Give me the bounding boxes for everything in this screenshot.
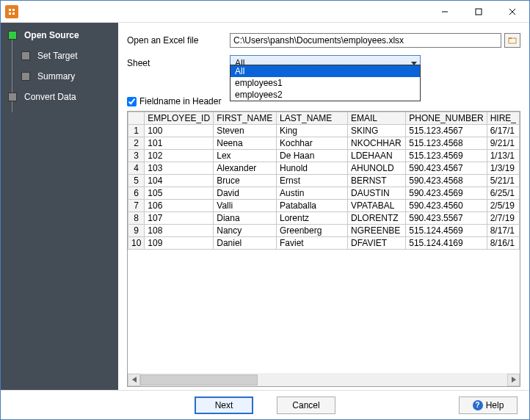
cell[interactable]: 105 — [145, 187, 214, 200]
cell[interactable]: 2/5/19 — [487, 200, 519, 212]
sheet-option[interactable]: All — [230, 65, 420, 77]
cell[interactable]: 6/17/1 — [487, 125, 519, 137]
cell[interactable]: Hunold — [276, 162, 347, 175]
cell[interactable]: Nancy — [214, 225, 277, 237]
table-row[interactable]: 5104BruceErnstBERNST590.423.45685/21/1 — [128, 175, 520, 187]
svg-marker-11 — [512, 377, 516, 383]
table-row[interactable]: 7106ValliPataballaVPATABAL590.423.45602/… — [128, 200, 520, 212]
cell[interactable]: 515.124.4569 — [406, 225, 487, 237]
cell[interactable]: SKING — [347, 125, 405, 137]
cell[interactable]: 2/7/19 — [487, 212, 519, 225]
cell[interactable]: Greenberg — [276, 225, 347, 237]
cell[interactable]: King — [276, 125, 347, 137]
cell[interactable]: Neena — [214, 137, 277, 150]
scroll-right-icon[interactable] — [507, 374, 520, 386]
cell[interactable]: Lorentz — [276, 212, 347, 225]
sheet-option[interactable]: employees2 — [230, 89, 420, 101]
cell[interactable]: Alexander — [214, 162, 277, 175]
file-path-input[interactable] — [230, 33, 501, 48]
cell[interactable]: Lex — [214, 150, 277, 162]
table-row[interactable]: 9108NancyGreenbergNGREENBE515.124.45698/… — [128, 225, 520, 237]
col-header[interactable]: HIRE_ — [487, 112, 519, 125]
table-row[interactable]: 1100StevenKingSKING515.123.45676/17/1 — [128, 125, 520, 137]
cancel-button[interactable]: Cancel — [277, 397, 335, 414]
col-header[interactable]: EMPLOYEE_ID — [145, 112, 214, 125]
cell[interactable]: Ernst — [276, 175, 347, 187]
open-file-button[interactable] — [504, 33, 520, 48]
cell[interactable]: 590.423.4567 — [406, 162, 487, 175]
cell[interactable]: BERNST — [347, 175, 405, 187]
cell[interactable]: 8/16/1 — [487, 237, 519, 250]
cell[interactable]: 590.423.4568 — [406, 175, 487, 187]
cell[interactable]: 590.423.4569 — [406, 187, 487, 200]
horizontal-scrollbar[interactable] — [128, 373, 520, 386]
col-header[interactable]: LAST_NAME — [276, 112, 347, 125]
step-box-icon — [21, 51, 30, 60]
cell[interactable]: 107 — [145, 212, 214, 225]
sheet-option[interactable]: employees1 — [230, 77, 420, 89]
cell[interactable]: 515.124.4169 — [406, 237, 487, 250]
next-button[interactable]: Next — [195, 397, 253, 414]
cell[interactable]: DFAVIET — [347, 237, 405, 250]
table-row[interactable]: 6105DavidAustinDAUSTIN590.423.45696/25/1 — [128, 187, 520, 200]
cell[interactable]: AHUNOLD — [347, 162, 405, 175]
cell[interactable]: Faviet — [276, 237, 347, 250]
step-convert-data[interactable]: Convert Data — [8, 92, 118, 102]
cell[interactable]: David — [214, 187, 277, 200]
fieldname-checkbox[interactable] — [127, 97, 137, 106]
cell[interactable]: Steven — [214, 125, 277, 137]
table-row[interactable]: 4103AlexanderHunoldAHUNOLD590.423.45671/… — [128, 162, 520, 175]
cell[interactable]: 515.123.4568 — [406, 137, 487, 150]
cell[interactable]: 515.123.4569 — [406, 150, 487, 162]
cell[interactable]: 8/17/1 — [487, 225, 519, 237]
cell[interactable]: Austin — [276, 187, 347, 200]
cell[interactable]: LDEHAAN — [347, 150, 405, 162]
close-button[interactable] — [495, 1, 529, 22]
cell[interactable]: 590.423.5567 — [406, 212, 487, 225]
cell[interactable]: 9/21/1 — [487, 137, 519, 150]
cell[interactable]: 108 — [145, 225, 214, 237]
cell[interactable]: Diana — [214, 212, 277, 225]
cell[interactable]: Bruce — [214, 175, 277, 187]
cell[interactable]: 515.123.4567 — [406, 125, 487, 137]
cell[interactable]: 100 — [145, 125, 214, 137]
cell[interactable]: 106 — [145, 200, 214, 212]
scroll-left-icon[interactable] — [128, 374, 140, 386]
maximize-button[interactable] — [462, 1, 495, 22]
col-header[interactable]: EMAIL — [347, 112, 405, 125]
cell[interactable]: Pataballa — [276, 200, 347, 212]
cell[interactable]: 104 — [145, 175, 214, 187]
cell[interactable]: DAUSTIN — [347, 187, 405, 200]
step-set-target[interactable]: Set Target — [21, 51, 118, 61]
table-row[interactable]: 2101NeenaKochharNKOCHHAR515.123.45689/21… — [128, 137, 520, 150]
cell[interactable]: 103 — [145, 162, 214, 175]
cell[interactable]: Daniel — [214, 237, 277, 250]
step-summary[interactable]: Summary — [21, 71, 118, 82]
cell[interactable]: NGREENBE — [347, 225, 405, 237]
cell[interactable]: 1/3/19 — [487, 162, 519, 175]
cell[interactable]: 1/13/1 — [487, 150, 519, 162]
cell[interactable]: 102 — [145, 150, 214, 162]
cell[interactable]: 101 — [145, 137, 214, 150]
cell[interactable]: 590.423.4560 — [406, 200, 487, 212]
svg-rect-0 — [9, 9, 11, 11]
step-label: Set Target — [37, 51, 77, 61]
cell[interactable]: Valli — [214, 200, 277, 212]
cell[interactable]: 109 — [145, 237, 214, 250]
help-button[interactable]: ? Help — [459, 397, 518, 414]
cell[interactable]: De Haan — [276, 150, 347, 162]
cell[interactable]: 5/21/1 — [487, 175, 519, 187]
cell[interactable]: Kochhar — [276, 137, 347, 150]
cell[interactable]: VPATABAL — [347, 200, 405, 212]
cell[interactable]: NKOCHHAR — [347, 137, 405, 150]
cell[interactable]: 6/25/1 — [487, 187, 519, 200]
step-open-source[interactable]: Open Source — [8, 30, 118, 40]
table-row[interactable]: 10109DanielFavietDFAVIET515.124.41698/16… — [128, 237, 520, 250]
table-row[interactable]: 8107DianaLorentzDLORENTZ590.423.55672/7/… — [128, 212, 520, 225]
minimize-button[interactable] — [428, 1, 462, 22]
col-header[interactable]: FIRST_NAME — [214, 112, 277, 125]
cell[interactable]: DLORENTZ — [347, 212, 405, 225]
scroll-thumb[interactable] — [140, 374, 258, 385]
table-row[interactable]: 3102LexDe HaanLDEHAAN515.123.45691/13/1 — [128, 150, 520, 162]
col-header[interactable]: PHONE_NUMBER — [406, 112, 487, 125]
